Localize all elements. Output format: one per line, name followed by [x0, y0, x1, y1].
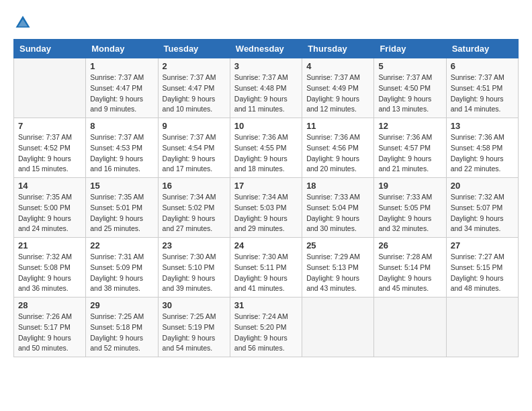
day-detail: Sunrise: 7:27 AMSunset: 5:15 PMDaylight:… — [451, 252, 514, 294]
day-cell: 23Sunrise: 7:30 AMSunset: 5:10 PMDayligh… — [158, 238, 230, 298]
day-number: 25 — [306, 240, 369, 250]
day-number: 7 — [18, 121, 81, 131]
header-friday: Friday — [374, 40, 446, 58]
day-detail: Sunrise: 7:32 AMSunset: 5:07 PMDaylight:… — [451, 192, 514, 234]
day-cell: 13Sunrise: 7:36 AMSunset: 4:58 PMDayligh… — [446, 118, 518, 178]
day-detail: Sunrise: 7:33 AMSunset: 5:05 PMDaylight:… — [378, 192, 441, 234]
day-number: 20 — [451, 181, 514, 191]
day-detail: Sunrise: 7:36 AMSunset: 4:58 PMDaylight:… — [451, 132, 514, 175]
day-detail: Sunrise: 7:32 AMSunset: 5:08 PMDaylight:… — [18, 252, 81, 294]
week-row-0: 1Sunrise: 7:37 AMSunset: 4:47 PMDaylight… — [14, 58, 519, 118]
day-cell: 19Sunrise: 7:33 AMSunset: 5:05 PMDayligh… — [374, 178, 446, 238]
day-detail: Sunrise: 7:24 AMSunset: 5:20 PMDaylight:… — [234, 312, 298, 354]
day-detail: Sunrise: 7:37 AMSunset: 4:49 PMDaylight:… — [306, 73, 369, 115]
day-number: 9 — [163, 121, 226, 131]
header-sunday: Sunday — [14, 40, 86, 58]
header-saturday: Saturday — [446, 40, 518, 58]
day-number: 4 — [306, 61, 369, 71]
day-detail: Sunrise: 7:37 AMSunset: 4:51 PMDaylight:… — [451, 73, 514, 115]
day-cell: 30Sunrise: 7:25 AMSunset: 5:19 PMDayligh… — [158, 298, 230, 357]
day-number: 10 — [234, 121, 298, 131]
day-number: 24 — [234, 240, 298, 250]
day-number: 8 — [90, 121, 153, 131]
day-cell: 4Sunrise: 7:37 AMSunset: 4:49 PMDaylight… — [302, 58, 374, 118]
day-cell — [14, 58, 86, 118]
day-number: 30 — [163, 300, 226, 310]
week-row-2: 14Sunrise: 7:35 AMSunset: 5:00 PMDayligh… — [14, 178, 519, 238]
day-number: 12 — [378, 121, 441, 131]
day-number: 26 — [378, 240, 441, 250]
week-row-4: 28Sunrise: 7:26 AMSunset: 5:17 PMDayligh… — [14, 298, 519, 357]
day-cell: 3Sunrise: 7:37 AMSunset: 4:48 PMDaylight… — [230, 58, 302, 118]
day-number: 5 — [378, 61, 441, 71]
header-tuesday: Tuesday — [158, 40, 230, 58]
day-cell: 29Sunrise: 7:25 AMSunset: 5:18 PMDayligh… — [86, 298, 158, 357]
week-row-1: 7Sunrise: 7:37 AMSunset: 4:52 PMDaylight… — [14, 118, 519, 178]
day-cell: 1Sunrise: 7:37 AMSunset: 4:47 PMDaylight… — [86, 58, 158, 118]
day-detail: Sunrise: 7:30 AMSunset: 5:11 PMDaylight:… — [234, 252, 298, 294]
day-number: 27 — [451, 240, 514, 250]
header-wednesday: Wednesday — [230, 40, 302, 58]
day-cell: 15Sunrise: 7:35 AMSunset: 5:01 PMDayligh… — [86, 178, 158, 238]
day-number: 3 — [234, 61, 298, 71]
day-number: 2 — [163, 61, 226, 71]
day-number: 18 — [306, 181, 369, 191]
day-detail: Sunrise: 7:26 AMSunset: 5:17 PMDaylight:… — [18, 312, 81, 354]
header-monday: Monday — [86, 40, 158, 58]
day-detail: Sunrise: 7:30 AMSunset: 5:10 PMDaylight:… — [163, 252, 226, 294]
day-detail: Sunrise: 7:28 AMSunset: 5:14 PMDaylight:… — [378, 252, 441, 294]
day-cell — [446, 298, 518, 357]
day-cell: 28Sunrise: 7:26 AMSunset: 5:17 PMDayligh… — [14, 298, 86, 357]
day-detail: Sunrise: 7:35 AMSunset: 5:00 PMDaylight:… — [18, 192, 81, 234]
page-header — [13, 13, 519, 32]
day-number: 6 — [451, 61, 514, 71]
day-number: 11 — [306, 121, 369, 131]
header-thursday: Thursday — [302, 40, 374, 58]
day-detail: Sunrise: 7:34 AMSunset: 5:02 PMDaylight:… — [163, 192, 226, 234]
logo-icon — [13, 13, 32, 32]
day-number: 23 — [163, 240, 226, 250]
day-cell: 21Sunrise: 7:32 AMSunset: 5:08 PMDayligh… — [14, 238, 86, 298]
day-number: 15 — [90, 181, 153, 191]
day-cell: 6Sunrise: 7:37 AMSunset: 4:51 PMDaylight… — [446, 58, 518, 118]
day-detail: Sunrise: 7:37 AMSunset: 4:52 PMDaylight:… — [18, 132, 81, 175]
day-detail: Sunrise: 7:37 AMSunset: 4:54 PMDaylight:… — [163, 132, 226, 175]
day-detail: Sunrise: 7:37 AMSunset: 4:53 PMDaylight:… — [90, 132, 153, 175]
day-cell: 31Sunrise: 7:24 AMSunset: 5:20 PMDayligh… — [230, 298, 302, 357]
week-row-3: 21Sunrise: 7:32 AMSunset: 5:08 PMDayligh… — [14, 238, 519, 298]
day-number: 31 — [234, 300, 298, 310]
day-detail: Sunrise: 7:29 AMSunset: 5:13 PMDaylight:… — [306, 252, 369, 294]
day-number: 17 — [234, 181, 298, 191]
day-detail: Sunrise: 7:25 AMSunset: 5:19 PMDaylight:… — [163, 312, 226, 354]
day-cell: 9Sunrise: 7:37 AMSunset: 4:54 PMDaylight… — [158, 118, 230, 178]
day-cell: 20Sunrise: 7:32 AMSunset: 5:07 PMDayligh… — [446, 178, 518, 238]
day-detail: Sunrise: 7:37 AMSunset: 4:50 PMDaylight:… — [378, 73, 441, 115]
day-detail: Sunrise: 7:31 AMSunset: 5:09 PMDaylight:… — [90, 252, 153, 294]
logo — [13, 13, 35, 32]
day-detail: Sunrise: 7:34 AMSunset: 5:03 PMDaylight:… — [234, 192, 298, 234]
day-cell — [374, 298, 446, 357]
day-cell: 18Sunrise: 7:33 AMSunset: 5:04 PMDayligh… — [302, 178, 374, 238]
day-cell: 2Sunrise: 7:37 AMSunset: 4:47 PMDaylight… — [158, 58, 230, 118]
day-detail: Sunrise: 7:36 AMSunset: 4:57 PMDaylight:… — [378, 132, 441, 175]
day-detail: Sunrise: 7:36 AMSunset: 4:55 PMDaylight:… — [234, 132, 298, 175]
day-cell: 17Sunrise: 7:34 AMSunset: 5:03 PMDayligh… — [230, 178, 302, 238]
day-cell: 5Sunrise: 7:37 AMSunset: 4:50 PMDaylight… — [374, 58, 446, 118]
day-cell: 26Sunrise: 7:28 AMSunset: 5:14 PMDayligh… — [374, 238, 446, 298]
day-detail: Sunrise: 7:33 AMSunset: 5:04 PMDaylight:… — [306, 192, 369, 234]
day-cell: 10Sunrise: 7:36 AMSunset: 4:55 PMDayligh… — [230, 118, 302, 178]
day-number: 13 — [451, 121, 514, 131]
day-number: 19 — [378, 181, 441, 191]
day-number: 28 — [18, 300, 81, 310]
day-detail: Sunrise: 7:37 AMSunset: 4:48 PMDaylight:… — [234, 73, 298, 115]
day-cell: 27Sunrise: 7:27 AMSunset: 5:15 PMDayligh… — [446, 238, 518, 298]
day-number: 21 — [18, 240, 81, 250]
day-cell: 14Sunrise: 7:35 AMSunset: 5:00 PMDayligh… — [14, 178, 86, 238]
day-number: 14 — [18, 181, 81, 191]
day-cell: 24Sunrise: 7:30 AMSunset: 5:11 PMDayligh… — [230, 238, 302, 298]
day-number: 1 — [90, 61, 153, 71]
day-cell: 11Sunrise: 7:36 AMSunset: 4:56 PMDayligh… — [302, 118, 374, 178]
day-cell: 25Sunrise: 7:29 AMSunset: 5:13 PMDayligh… — [302, 238, 374, 298]
day-detail: Sunrise: 7:37 AMSunset: 4:47 PMDaylight:… — [163, 73, 226, 115]
day-detail: Sunrise: 7:37 AMSunset: 4:47 PMDaylight:… — [90, 73, 153, 115]
